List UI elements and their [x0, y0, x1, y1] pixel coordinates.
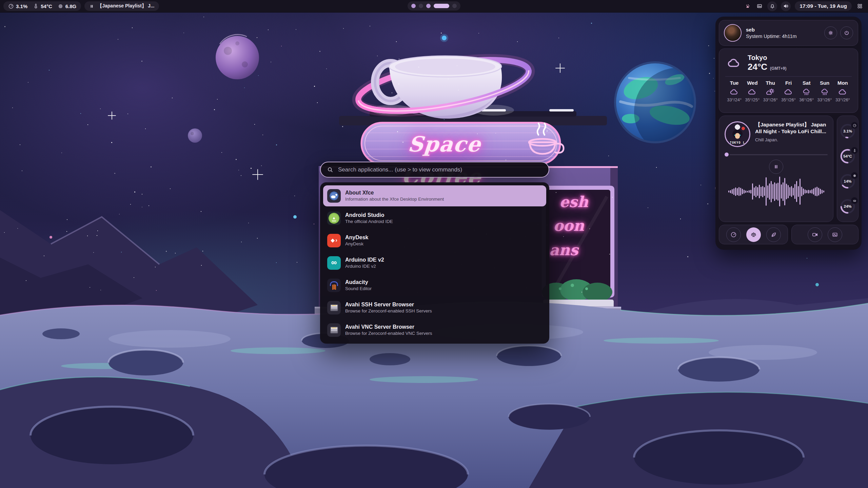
system-stat: 3.1%: [8, 3, 27, 9]
waveform-bar: [738, 187, 739, 196]
weather-timezone: (GMT+9): [770, 66, 786, 71]
quick-toggle-button[interactable]: [746, 227, 761, 242]
waveform-bar: [808, 190, 809, 194]
forecast-day: Sat 36°/26°: [797, 80, 815, 102]
tray-icon[interactable]: [755, 2, 764, 10]
window-sign-fragment: oon: [553, 217, 584, 234]
toggle-icon: [730, 231, 737, 238]
waveform-bar: [805, 189, 806, 194]
waveform-bar: [772, 184, 773, 199]
album-art[interactable]: TOKYO L: [725, 121, 750, 147]
app-icon: [327, 279, 341, 292]
quick-toggle-button[interactable]: [808, 227, 822, 242]
pause-icon[interactable]: [89, 4, 94, 9]
now-playing-label: 【Japanese Playlist】 J...: [97, 3, 154, 9]
gauge-icon: [851, 122, 858, 129]
quick-toggle-button[interactable]: [726, 227, 741, 242]
waveform-bar: [798, 186, 799, 197]
forecast-day: Tue 33°/24°: [725, 80, 743, 102]
waveform-bar: [766, 177, 767, 206]
app-icon: [327, 211, 341, 225]
waveform-bar: [793, 188, 794, 196]
app-description: Browse for Zeroconf-enabled SSH Servers: [345, 308, 432, 314]
waveform-bar: [789, 187, 790, 196]
waveform-bar: [755, 186, 756, 197]
weather-icon: [838, 87, 847, 97]
quick-toggle-button[interactable]: [766, 227, 781, 242]
tray-icon[interactable]: [781, 1, 791, 11]
weather-icon: [730, 87, 739, 97]
waveform-bar: [822, 190, 823, 194]
app-row[interactable]: Audacity Sound Editor: [323, 275, 546, 296]
weather-icon: [784, 87, 793, 97]
app-row[interactable]: Android Studio The official Android IDE: [323, 208, 546, 229]
workspace-dot[interactable]: [434, 4, 449, 8]
top-panel: 3.1% 54°C 6.8G 【Japanese Playlist】 J...: [0, 0, 868, 13]
workspace-dot[interactable]: [426, 4, 431, 8]
app-description: Browse for Zeroconf-enabled VNC Servers: [345, 330, 432, 337]
system-gauge: 54°C: [840, 148, 855, 164]
waveform-bar: [762, 186, 763, 197]
system-gauge: 3.1%: [840, 123, 855, 139]
app-search-bar[interactable]: [320, 162, 549, 178]
clock[interactable]: 17:09 - Tue, 19 Aug: [795, 1, 852, 11]
gauge-icon: [851, 172, 858, 179]
weather-card: Tokyo 24°C (GMT+9) Tue 33°/24° Wed: [719, 48, 858, 113]
stat-icon: [8, 3, 14, 9]
app-description: AnyDesk: [345, 241, 368, 247]
now-playing-pill[interactable]: 【Japanese Playlist】 J...: [84, 1, 159, 11]
avatar[interactable]: [724, 24, 742, 42]
app-icon: [327, 323, 341, 337]
power-button[interactable]: [840, 26, 853, 39]
gear-icon: [828, 30, 834, 36]
workspace-dot[interactable]: [411, 4, 416, 8]
app-title: AnyDesk: [345, 234, 368, 241]
weather-icon: [748, 87, 757, 97]
waveform-bar: [742, 189, 743, 194]
waveform-bar: [815, 187, 816, 196]
workspace-dot[interactable]: [419, 4, 423, 8]
tray-icon[interactable]: [767, 1, 777, 11]
tray-icon[interactable]: [744, 2, 752, 10]
waveform-bar: [777, 183, 778, 201]
app-row[interactable]: Avahi SSH Server Browser Browse for Zero…: [323, 297, 546, 318]
app-row[interactable]: Arduino IDE v2 Arduino IDE v2: [323, 252, 546, 273]
quick-toggle-button[interactable]: [828, 227, 842, 242]
waveform-bar: [800, 179, 801, 205]
workspace-indicator: [408, 1, 460, 11]
gauge-icon: [851, 197, 858, 204]
waveform-bar: [781, 184, 782, 199]
window-sign-fragment: ans: [549, 241, 578, 259]
waveform-bar: [747, 191, 748, 192]
track-artist: Chill Japan.: [755, 137, 828, 142]
settings-button[interactable]: [824, 26, 837, 39]
cafe-window-sign: eshoonans: [542, 188, 614, 296]
system-stat: 6.8G: [58, 3, 77, 9]
app-title: Arduino IDE v2: [345, 257, 384, 263]
waveform-bar: [788, 185, 789, 198]
pause-button[interactable]: [769, 160, 783, 174]
waveform-bar: [769, 183, 770, 200]
weather-forecast: Tue 33°/24° Wed 35°/25° Thu 33°/26°: [725, 80, 852, 102]
app-row[interactable]: Avahi VNC Server Browser Browse for Zero…: [323, 320, 546, 341]
user-card: seb System Uptime: 4h11m: [719, 20, 858, 46]
waveform-bar: [745, 190, 746, 193]
system-stat: 54°C: [33, 3, 52, 9]
app-title: About Xfce: [345, 189, 444, 196]
weather-icon: [766, 87, 775, 97]
weather-temperature: 24°C: [748, 62, 767, 72]
waveform-bar: [761, 187, 762, 196]
app-row[interactable]: AnyDesk AnyDesk: [323, 230, 546, 251]
workspace-dot[interactable]: [452, 4, 457, 8]
search-input[interactable]: [337, 166, 542, 174]
window-sign-fragment: esh: [559, 193, 588, 210]
waveform-bar: [764, 187, 765, 196]
app-list: About Xfce Information about the Xfce De…: [320, 182, 549, 344]
waveform-bar: [823, 190, 824, 192]
app-row[interactable]: About Xfce Information about the Xfce De…: [323, 185, 546, 206]
waveform-bar: [744, 190, 745, 194]
progress-handle[interactable]: [725, 152, 729, 157]
forecast-day: Sun 33°/26°: [815, 80, 833, 102]
overview-grid-icon[interactable]: [856, 2, 864, 10]
progress-bar[interactable]: [725, 152, 828, 157]
